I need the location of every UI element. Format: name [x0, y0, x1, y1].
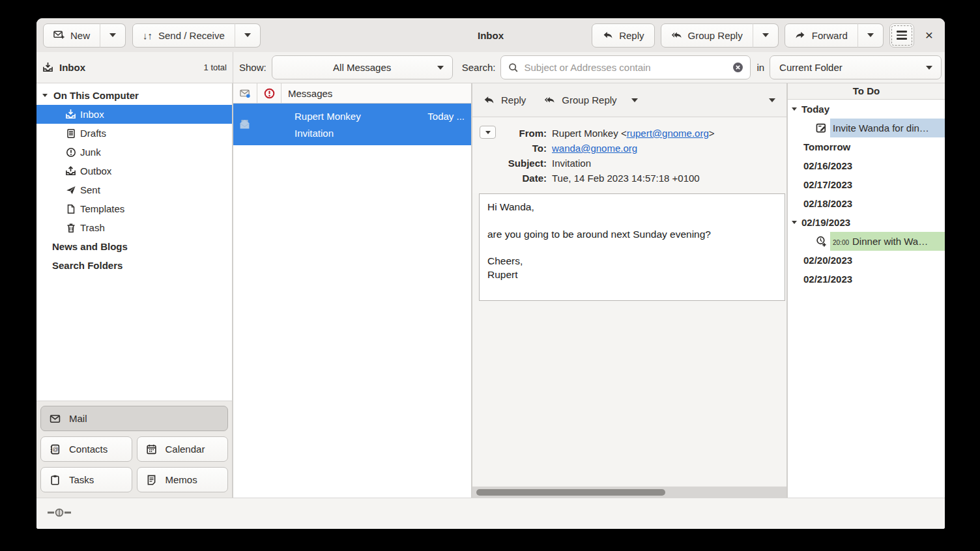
sidebar-item-drafts[interactable]: Drafts	[36, 124, 232, 143]
new-dropdown-button[interactable]	[100, 23, 126, 48]
mail-icon	[50, 413, 61, 424]
todo-date-row[interactable]: 02/20/2023	[788, 251, 945, 270]
search-entry	[500, 55, 751, 79]
todo-date-row-expanded[interactable]: 02/19/2023	[788, 213, 945, 232]
folder-root-on-this-computer[interactable]: On This Computer	[36, 86, 232, 105]
forward-dropdown-button[interactable]	[857, 23, 884, 48]
chevron-down-icon	[485, 131, 491, 134]
main-toolbar: New ↓↑ Send / Receive Inbox	[36, 18, 945, 52]
clear-search-icon[interactable]	[732, 62, 743, 73]
todo-task-item[interactable]: Invite Wanda for din…	[788, 119, 945, 137]
group-reply-button-label: Group Reply	[688, 30, 743, 41]
from-value: Rupert Monkey <rupert@gnome.org>	[552, 126, 715, 141]
switcher-contacts-button[interactable]: @ Contacts	[40, 436, 132, 462]
expander-open-icon[interactable]	[792, 221, 797, 224]
new-button[interactable]: New	[43, 23, 100, 48]
message-list-pane: Messages Rupert Monkey Today ... Invitat…	[233, 83, 472, 498]
read-status-icon	[240, 88, 251, 99]
subject-label: Subject:	[501, 156, 552, 171]
sidebar-item-search-folders[interactable]: Search Folders	[36, 256, 232, 275]
sidebar-item-templates[interactable]: Templates	[36, 199, 232, 218]
scrollbar-thumb[interactable]	[476, 489, 665, 496]
todo-group-tomorrow[interactable]: Tomorrow	[788, 137, 945, 156]
messages-column-header[interactable]: Messages	[281, 83, 471, 103]
reply-button-label: Reply	[619, 30, 644, 41]
search-icon	[508, 62, 519, 73]
todo-panel: To Do Today Invite Wanda for din… Tomorr…	[786, 83, 945, 498]
main-content: On This Computer Inbox Drafts	[36, 83, 945, 498]
group-reply-dropdown-button[interactable]	[753, 23, 779, 48]
window-title: Inbox	[478, 30, 504, 41]
date-value: Tue, 14 Feb 2023 14:57:18 +0100	[552, 171, 700, 186]
todo-date-row[interactable]: 02/18/2023	[788, 194, 945, 213]
search-scope-dropdown[interactable]: Current Folder	[770, 55, 942, 79]
in-label: in	[757, 62, 764, 73]
switcher-calendar-button[interactable]: Calendar	[137, 436, 229, 462]
to-label: To:	[501, 141, 552, 156]
trash-icon	[65, 222, 76, 233]
todo-event-item[interactable]: 20:00 Dinner with Wa…	[788, 232, 945, 251]
chevron-down-icon	[926, 66, 932, 70]
expander-open-icon[interactable]	[792, 107, 797, 111]
preview-group-reply-dropdown[interactable]	[631, 98, 638, 102]
send-receive-dropdown-button[interactable]	[235, 23, 261, 48]
todo-date-row[interactable]: 02/21/2023	[788, 270, 945, 289]
forward-button[interactable]: Forward	[785, 23, 858, 48]
preview-pane: Reply Group Reply	[472, 83, 786, 498]
importance-column-header[interactable]	[257, 83, 281, 103]
sidebar-item-outbox[interactable]: Outbox	[36, 162, 232, 180]
message-count: 1 total	[204, 63, 227, 72]
sidebar-item-news-and-blogs[interactable]: News and Blogs	[36, 237, 232, 256]
new-mail-icon	[53, 30, 65, 41]
menu-button[interactable]	[889, 23, 914, 48]
open-envelope-icon	[239, 119, 250, 130]
message-row-selected[interactable]: Rupert Monkey Today ... Invitation	[233, 104, 471, 145]
message-sender: Rupert Monkey	[295, 111, 361, 122]
group-reply-icon	[671, 30, 682, 41]
close-button[interactable]: ×	[920, 23, 938, 48]
show-filter-dropdown[interactable]: All Messages	[272, 55, 453, 79]
sidebar-item-sent[interactable]: Sent	[36, 180, 232, 199]
message-subject: Invitation	[295, 128, 334, 139]
from-email-link[interactable]: rupert@gnome.org	[627, 128, 709, 139]
sent-icon	[65, 184, 76, 195]
switcher-tasks-button[interactable]: Tasks	[40, 467, 132, 492]
send-receive-button[interactable]: ↓↑ Send / Receive	[132, 23, 235, 48]
group-reply-button[interactable]: Group Reply	[661, 23, 753, 48]
read-status-column-header[interactable]	[233, 83, 257, 103]
reply-button[interactable]: Reply	[592, 23, 654, 48]
collapse-headers-button[interactable]	[480, 126, 496, 139]
sidebar-item-junk[interactable]: Junk	[36, 143, 232, 162]
subject-value: Invitation	[552, 156, 591, 171]
expander-open-icon[interactable]	[42, 94, 48, 97]
new-button-label: New	[70, 30, 90, 41]
horizontal-scrollbar[interactable]	[472, 487, 786, 498]
to-email-link[interactable]: wanda@gnome.org	[552, 143, 637, 154]
folder-sidebar: On This Computer Inbox Drafts	[36, 83, 233, 498]
inbox-icon	[42, 62, 53, 73]
chevron-down-icon	[762, 33, 769, 37]
reply-icon	[483, 94, 495, 106]
sidebar-item-trash[interactable]: Trash	[36, 218, 232, 237]
switcher-memos-button[interactable]: Memos	[137, 467, 229, 492]
todo-date-row[interactable]: 02/16/2023	[788, 156, 945, 175]
todo-title: To Do	[788, 83, 945, 100]
switcher-mail-button[interactable]: Mail	[40, 406, 228, 431]
view-switcher: Mail @ Contacts Calendar	[36, 401, 232, 498]
sidebar-item-inbox[interactable]: Inbox	[36, 105, 232, 124]
preview-group-reply-button[interactable]: Group Reply	[544, 94, 616, 106]
folder-summary: Inbox 1 total	[36, 52, 233, 83]
preview-more-actions-dropdown[interactable]	[769, 98, 775, 102]
tasks-icon	[50, 474, 61, 485]
message-headers: From: Rupert Monkey <rupert@gnome.org> T…	[472, 117, 786, 193]
preview-reply-button[interactable]: Reply	[483, 94, 526, 106]
search-scope-value: Current Folder	[779, 62, 843, 73]
todo-task-label: Invite Wanda for din…	[833, 122, 929, 134]
search-input[interactable]	[524, 62, 727, 73]
todo-date-row[interactable]: 02/17/2023	[788, 175, 945, 194]
menu-icon	[897, 31, 907, 32]
forward-split-button: Forward	[785, 23, 884, 48]
todo-group-today[interactable]: Today	[788, 100, 945, 119]
online-status-icon[interactable]	[47, 507, 72, 520]
chevron-down-icon	[437, 66, 444, 70]
